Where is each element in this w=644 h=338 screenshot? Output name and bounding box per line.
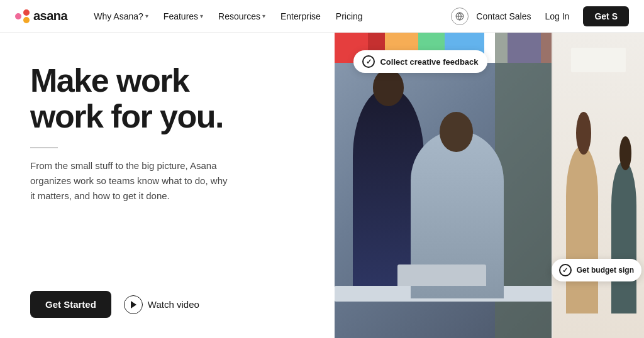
- check-circle-icon-2: ✓: [559, 264, 572, 276]
- hero-secondary-image: [552, 33, 644, 338]
- contact-sales-link[interactable]: Contact Sales: [476, 11, 531, 21]
- badge-get-budget: ✓ Get budget sign: [552, 259, 641, 281]
- badge-collect-feedback: ✓ Collect creative feedback: [353, 50, 487, 73]
- chevron-icon: ▾: [145, 13, 148, 19]
- divider: [30, 147, 58, 148]
- laptop: [397, 264, 487, 286]
- nav-item-pricing[interactable]: Pricing: [330, 8, 369, 25]
- logo-dot-orange: [23, 17, 30, 23]
- secondary-person-1: [566, 146, 598, 313]
- nav-item-why-asana[interactable]: Why Asana? ▾: [87, 8, 155, 25]
- play-triangle-icon: [131, 301, 136, 308]
- logo[interactable]: asana: [15, 9, 67, 23]
- main-content: Make work work for you. From the small s…: [0, 33, 644, 338]
- nav-item-resources[interactable]: Resources ▾: [212, 8, 272, 25]
- chevron-icon: ▾: [262, 13, 265, 19]
- login-button[interactable]: Log In: [538, 8, 575, 25]
- secondary-person-2: [611, 161, 637, 313]
- hero-text: Make work work for you. From the small s…: [30, 63, 309, 221]
- watch-video-button[interactable]: Watch video: [124, 295, 199, 314]
- logo-dot-pink: [15, 13, 21, 19]
- nav-item-enterprise[interactable]: Enterprise: [274, 8, 327, 25]
- nav-right: Contact Sales Log In Get S: [451, 6, 629, 26]
- get-started-nav-button[interactable]: Get S: [583, 6, 629, 26]
- hero-title: Make work work for you.: [30, 63, 309, 134]
- logo-icon: [15, 9, 30, 23]
- chevron-icon: ▾: [200, 13, 203, 19]
- hero-subtitle: From the small stuff to the big picture,…: [30, 158, 231, 204]
- get-started-button[interactable]: Get Started: [30, 291, 111, 318]
- nav-item-features[interactable]: Features ▾: [157, 8, 209, 25]
- globe-icon[interactable]: [451, 8, 469, 25]
- logo-dot-red: [23, 9, 30, 16]
- check-circle-icon: ✓: [362, 55, 375, 68]
- nav-links: Why Asana? ▾ Features ▾ Resources ▾ Ente…: [87, 8, 451, 25]
- navbar: asana Why Asana? ▾ Features ▾ Resources …: [0, 0, 644, 33]
- cta-row: Get Started Watch video: [30, 291, 309, 318]
- hero-main-image: ✓ Collect creative feedback: [335, 33, 557, 338]
- hero-section: Make work work for you. From the small s…: [0, 33, 335, 338]
- play-circle-icon: [124, 295, 143, 314]
- logo-text: asana: [33, 9, 67, 23]
- hero-image-panel: ✓ Collect creative feedback ✓ Get budget…: [335, 33, 644, 338]
